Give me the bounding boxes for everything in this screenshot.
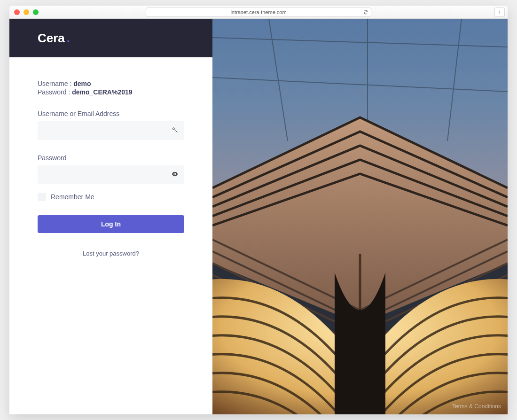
login-button[interactable]: Log In	[38, 215, 184, 233]
key-icon[interactable]	[171, 126, 179, 135]
password-label: Password	[38, 154, 184, 162]
remember-checkbox[interactable]	[38, 193, 46, 201]
logo-dot-icon: .	[67, 31, 70, 45]
demo-username-value: demo	[73, 80, 91, 87]
demo-username-label: Username :	[38, 80, 73, 87]
login-form: Username : demo Password : demo_CERA%201…	[9, 57, 212, 257]
address-bar[interactable]: intranet.cera-theme.com	[146, 8, 371, 17]
remember-label: Remember Me	[51, 193, 94, 201]
reload-icon[interactable]	[363, 10, 368, 15]
hero-image: Terms & Conditions	[212, 19, 508, 414]
browser-toolbar: intranet.cera-theme.com +	[9, 6, 508, 19]
demo-username-line: Username : demo	[38, 80, 184, 87]
remember-me[interactable]: Remember Me	[38, 193, 184, 201]
lost-password-link[interactable]: Lost your password?	[38, 250, 184, 257]
logo-text: Cera	[38, 31, 65, 45]
svg-point-0	[172, 128, 174, 130]
username-input-wrap	[38, 121, 184, 140]
site-header: Cera.	[9, 19, 212, 57]
close-window-icon[interactable]	[14, 9, 20, 15]
maximize-window-icon[interactable]	[33, 9, 39, 15]
login-panel: Cera. Username : demo Password : demo_CE…	[9, 19, 212, 414]
browser-window: intranet.cera-theme.com + Cera. Username…	[9, 6, 508, 414]
minimize-window-icon[interactable]	[24, 9, 29, 15]
password-input[interactable]	[38, 165, 184, 184]
demo-password-line: Password : demo_CERA%2019	[38, 88, 184, 96]
terms-link[interactable]: Terms & Conditions	[452, 403, 501, 410]
window-controls	[14, 9, 39, 15]
demo-password-value: demo_CERA%2019	[72, 88, 132, 96]
new-tab-button[interactable]: +	[494, 8, 505, 17]
page-viewport: Cera. Username : demo Password : demo_CE…	[9, 19, 508, 414]
demo-password-label: Password :	[38, 88, 72, 96]
username-label: Username or Email Address	[38, 110, 184, 117]
password-input-wrap	[38, 165, 184, 184]
svg-point-1	[174, 173, 176, 175]
username-input[interactable]	[38, 121, 184, 140]
url-text: intranet.cera-theme.com	[230, 9, 286, 15]
eye-icon[interactable]	[171, 171, 179, 179]
logo[interactable]: Cera.	[38, 31, 70, 46]
